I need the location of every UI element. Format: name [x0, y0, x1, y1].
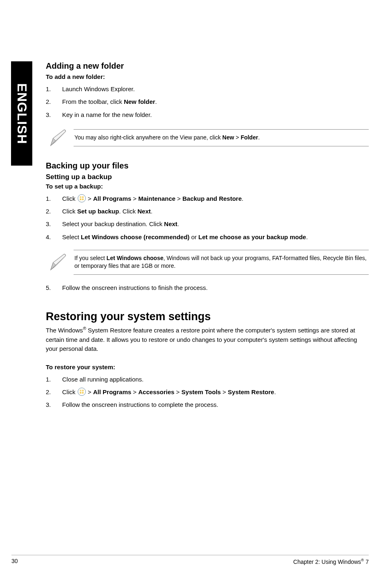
list-item: 3.Follow the onscreen instructions to co…	[46, 399, 369, 412]
steps-add-folder: 1.Launch Windows Explorer. 2.From the to…	[46, 83, 369, 122]
heading-restoring: Restoring your system settings	[46, 310, 369, 323]
windows-start-orb-icon	[78, 388, 86, 396]
lead-add-folder: To add a new folder:	[46, 73, 369, 80]
subheading-setting-backup: Setting up a backup	[46, 173, 369, 181]
note-block: You may also right-click anywhere on the…	[46, 128, 369, 148]
para-restore: The Windows® System Restore feature crea…	[46, 325, 369, 354]
heading-backing-up: Backing up your files	[46, 161, 369, 171]
lead-setup-backup: To set up a backup:	[46, 183, 369, 190]
pencil-icon	[48, 252, 69, 272]
steps-backup-cont: 5.Follow the onscreen instructions to fi…	[46, 282, 369, 295]
list-item: 1.Click > All Programs > Maintenance > B…	[46, 193, 369, 206]
list-item: 1.Close all running applications.	[46, 374, 369, 386]
list-item: 4.Select Let Windows choose (recommended…	[46, 231, 369, 244]
svg-rect-9	[80, 392, 81, 393]
svg-rect-10	[82, 392, 83, 393]
list-item: 3.Select your backup destination. Click …	[46, 218, 369, 231]
list-item: 2.From the toolbar, click New folder.	[46, 96, 369, 109]
heading-adding-folder: Adding a new folder	[46, 61, 369, 71]
list-item: 3.Key in a name for the new folder.	[46, 109, 369, 122]
svg-rect-4	[82, 198, 83, 200]
page-footer: 30 Chapter 2: Using Windows® 7	[11, 555, 369, 565]
list-item: 2.Click Set up backup. Click Next.	[46, 206, 369, 218]
steps-backup: 1.Click > All Programs > Maintenance > B…	[46, 193, 369, 244]
page-content: Adding a new folder To add a new folder:…	[46, 61, 369, 415]
list-item: 1.Launch Windows Explorer.	[46, 83, 369, 96]
svg-rect-3	[80, 198, 81, 200]
note-text: If you select Let Windows choose, Window…	[74, 250, 369, 275]
list-item: 2.Click > All Programs > Accessories > S…	[46, 386, 369, 399]
windows-start-orb-icon	[78, 194, 86, 202]
language-label: ENGLISH	[14, 83, 29, 144]
note-block: If you select Let Windows choose, Window…	[46, 250, 369, 275]
pencil-icon	[48, 128, 69, 148]
steps-restore: 1.Close all running applications. 2.Clic…	[46, 374, 369, 412]
list-item: 5.Follow the onscreen instructions to fi…	[46, 282, 369, 295]
svg-point-11	[79, 389, 83, 391]
chapter-label: Chapter 2: Using Windows® 7	[293, 558, 369, 565]
language-side-tab: ENGLISH	[11, 61, 32, 166]
note-text: You may also right-click anywhere on the…	[74, 129, 369, 146]
svg-point-5	[79, 195, 83, 198]
lead-restore: To restore your system:	[46, 364, 369, 370]
page-number: 30	[11, 558, 18, 565]
